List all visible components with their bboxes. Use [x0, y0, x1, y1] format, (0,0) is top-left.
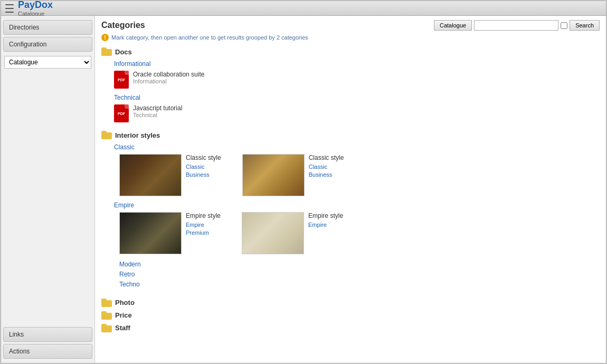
- subcategory-informational: Informational PDF Oracle collaboration s…: [114, 60, 600, 89]
- search-button[interactable]: Search: [570, 20, 600, 31]
- app-title: PayDox: [18, 0, 53, 11]
- folder-staff: Staff: [101, 324, 600, 332]
- item-tag-classic2-classic[interactable]: Classic: [309, 163, 344, 171]
- folder-header-price: Price: [101, 311, 600, 320]
- pdf-icon-oracle: PDF: [114, 71, 129, 89]
- item-title-classic1: Classic style: [186, 154, 221, 161]
- catalogue-select[interactable]: Catalogue: [4, 56, 91, 69]
- subcategory-link-technical[interactable]: Technical: [114, 94, 600, 101]
- item-card-classic2: Classic style Classic Business: [242, 154, 344, 196]
- pdf-tag-oracle: Informational: [133, 78, 204, 84]
- subcategory-technical: Technical PDF Javascript tutorial Techni…: [114, 94, 600, 122]
- item-tag-empire1-empire[interactable]: Empire: [186, 221, 221, 229]
- folder-price: Price: [101, 311, 600, 320]
- item-tag-classic1-business[interactable]: Business: [186, 171, 221, 179]
- item-title-empire2: Empire style: [308, 212, 343, 219]
- content-area: Categories Catalogue Search ! Mark categ…: [95, 16, 606, 363]
- item-card-classic1: Classic style Classic Business: [119, 154, 221, 196]
- catalogue-select-wrap: Catalogue: [4, 56, 91, 69]
- pdf-item-oracle: PDF Oracle collaboration suite Informati…: [114, 71, 600, 89]
- warning-bar: ! Mark category, then open another one t…: [101, 34, 600, 41]
- folder-icon-interior: [101, 131, 112, 139]
- subcategory-link-classic[interactable]: Classic: [114, 143, 600, 151]
- subcategory-classic: Classic Classic style Classic Business: [114, 143, 600, 196]
- item-title-empire1: Empire style: [186, 212, 221, 219]
- item-image-empire1[interactable]: [119, 212, 182, 254]
- items-grid-classic: Classic style Classic Business Classic s…: [119, 154, 600, 196]
- link-modern[interactable]: Modern: [119, 260, 600, 270]
- folder-docs: Docs Informational PDF Oracle collaborat…: [101, 47, 600, 122]
- folder-icon-staff: [101, 324, 112, 332]
- pdf-title-js: Javascript tutorial: [133, 104, 182, 112]
- folder-photo: Photo: [101, 299, 600, 307]
- folder-name-staff: Staff: [115, 324, 130, 332]
- folder-icon-photo: [101, 299, 112, 307]
- item-tag-classic2-business[interactable]: Business: [309, 171, 344, 179]
- link-retro[interactable]: Retro: [119, 270, 600, 280]
- menu-icon[interactable]: [5, 4, 14, 13]
- item-image-empire2[interactable]: [242, 212, 304, 254]
- items-grid-empire: Empire style Empire Premium Empire style…: [119, 212, 600, 254]
- item-image-classic1[interactable]: [119, 154, 182, 196]
- folder-header-interior: Interior styles: [101, 131, 600, 139]
- warning-icon: !: [101, 34, 109, 41]
- folder-name-price: Price: [115, 311, 132, 319]
- item-title-classic2: Classic style: [309, 154, 344, 161]
- item-image-classic2[interactable]: [242, 154, 305, 196]
- page-title: Categories: [101, 21, 145, 30]
- catalogue-button[interactable]: Catalogue: [434, 20, 472, 31]
- item-card-empire1: Empire style Empire Premium: [119, 212, 221, 254]
- folder-name-docs: Docs: [115, 48, 132, 56]
- search-bar: Catalogue Search: [434, 20, 600, 31]
- link-techno[interactable]: Techno: [119, 280, 600, 290]
- directories-button[interactable]: Directories: [3, 20, 92, 35]
- sidebar: Directories Configuration Catalogue Link…: [1, 16, 95, 363]
- folder-icon-docs: [101, 47, 112, 56]
- content-header: Categories Catalogue Search: [101, 20, 600, 31]
- folder-name-photo: Photo: [115, 299, 135, 306]
- subcategory-empire: Empire Empire style Empire Premium: [114, 202, 600, 254]
- search-input[interactable]: [474, 20, 558, 31]
- pdf-tag-js: Technical: [133, 112, 182, 118]
- pdf-item-js: PDF Javascript tutorial Technical: [114, 104, 600, 122]
- folder-header-staff: Staff: [101, 324, 600, 332]
- subcategory-link-empire[interactable]: Empire: [114, 202, 600, 209]
- folder-name-interior: Interior styles: [115, 131, 160, 139]
- warning-text: Mark category, then open another one to …: [111, 34, 308, 41]
- item-tag-empire1-premium[interactable]: Premium: [186, 229, 221, 237]
- folder-header-docs: Docs: [101, 47, 600, 56]
- item-card-empire2: Empire style Empire: [242, 212, 343, 254]
- extra-links: Modern Retro Techno: [119, 260, 600, 290]
- search-checkbox[interactable]: [561, 22, 567, 29]
- actions-button[interactable]: Actions: [3, 344, 92, 359]
- pdf-title-oracle: Oracle collaboration suite: [133, 71, 204, 78]
- subcategory-link-informational[interactable]: Informational: [114, 60, 600, 68]
- item-tag-empire2-empire[interactable]: Empire: [308, 221, 343, 229]
- links-button[interactable]: Links: [3, 327, 92, 342]
- pdf-icon-js: PDF: [114, 104, 129, 122]
- configuration-button[interactable]: Configuration: [3, 37, 92, 52]
- folder-interior: Interior styles Classic Classic style Cl…: [101, 131, 600, 290]
- folder-header-photo: Photo: [101, 299, 600, 307]
- item-tag-classic1-classic[interactable]: Classic: [186, 163, 221, 171]
- folder-icon-price: [101, 311, 112, 320]
